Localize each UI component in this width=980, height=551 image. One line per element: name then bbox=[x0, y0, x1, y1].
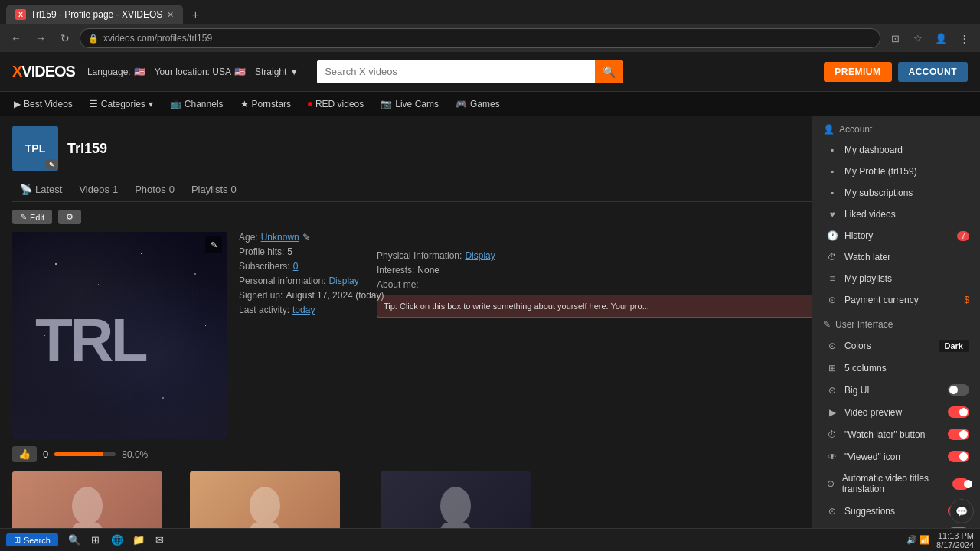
taskbar-browser-icon[interactable]: 🌐 bbox=[107, 530, 127, 550]
nav-categories[interactable]: ☰ Categories ▾ bbox=[82, 92, 161, 116]
colors-item[interactable]: ⊙ Colors Dark bbox=[812, 334, 980, 357]
active-tab[interactable]: X Trl159 - Profile page - XVIDEOS ✕ bbox=[6, 5, 183, 24]
big-ui-item[interactable]: ⊙ Big UI bbox=[812, 379, 980, 401]
payment-currency-item[interactable]: ⊙ Payment currency $ bbox=[812, 289, 980, 311]
refresh-button[interactable]: ↻ bbox=[55, 28, 75, 48]
nav-channels[interactable]: 📺 Channels bbox=[162, 92, 231, 116]
watch-later-btn-item[interactable]: ⏱ "Watch later" button bbox=[812, 423, 980, 445]
site-nav: ▶ Best Videos ☰ Categories ▾ 📺 Channels … bbox=[0, 92, 980, 116]
tab-playlists[interactable]: Playlists 0 bbox=[184, 181, 244, 198]
svg-point-3 bbox=[250, 487, 280, 525]
forward-button[interactable]: → bbox=[31, 28, 51, 48]
cast-icon[interactable]: ⊡ bbox=[885, 28, 905, 48]
red-videos-label: RED videos bbox=[315, 99, 364, 109]
address-text: xvideos.com/profiles/trl159 bbox=[103, 33, 212, 44]
gear-icon: ⚙ bbox=[66, 212, 74, 222]
premium-button[interactable]: PREMIUM bbox=[824, 62, 891, 82]
my-dashboard-label: My dashboard bbox=[844, 145, 903, 155]
orientation-chevron: ▼ bbox=[289, 67, 299, 77]
new-tab-button[interactable]: + bbox=[185, 6, 206, 24]
big-ui-toggle[interactable] bbox=[948, 384, 969, 396]
logo-x: X bbox=[12, 63, 21, 80]
my-dashboard-item[interactable]: ▪ My dashboard bbox=[812, 139, 980, 161]
browser-toolbar: ← → ↻ 🔒 xvideos.com/profiles/trl159 ⊡ ☆ … bbox=[0, 24, 980, 52]
signed-up-value: August 17, 2024 (today) bbox=[286, 290, 384, 301]
interests-label: Interests: bbox=[377, 265, 414, 276]
tab-latest[interactable]: 📡 Latest bbox=[12, 181, 70, 198]
content-area: TPL ✎ Trl159 📡 Latest Videos 1 Photos 0 bbox=[0, 116, 980, 551]
chat-button[interactable]: 💬 bbox=[949, 499, 974, 523]
search-button[interactable]: 🔍 bbox=[595, 60, 623, 83]
age-edit-icon[interactable]: ✎ bbox=[302, 232, 310, 243]
personal-info-label: Personal information: bbox=[239, 276, 325, 286]
rating-bar-track bbox=[54, 452, 116, 456]
search-input[interactable] bbox=[317, 60, 595, 83]
secure-icon: 🔒 bbox=[88, 34, 99, 44]
video-preview-toggle[interactable] bbox=[948, 406, 969, 418]
watch-later-btn-toggle[interactable] bbox=[948, 429, 969, 440]
edit-pencil-icon: ✎ bbox=[20, 212, 27, 222]
liked-videos-item[interactable]: ♥ Liked videos bbox=[812, 204, 980, 225]
taskbar-app-icons: 🔍 ⊞ 🌐 📁 ✉ bbox=[64, 530, 170, 550]
video-preview-item[interactable]: ▶ Video preview bbox=[812, 401, 980, 423]
nav-games[interactable]: 🎮 Games bbox=[448, 92, 508, 116]
tab-videos[interactable]: Videos 1 bbox=[71, 181, 126, 198]
channels-label: Channels bbox=[185, 99, 224, 109]
taskbar-start2-icon[interactable]: ⊞ bbox=[86, 530, 106, 550]
my-subscriptions-item[interactable]: ▪ My subscriptions bbox=[812, 182, 980, 204]
liked-icon: ♥ bbox=[826, 209, 838, 220]
taskbar-file-icon[interactable]: 📁 bbox=[129, 530, 149, 550]
avatar-initials: TPL bbox=[25, 142, 45, 155]
my-subscriptions-label: My subscriptions bbox=[844, 187, 913, 198]
live-cams-label: Live Cams bbox=[395, 99, 439, 109]
svg-point-1 bbox=[72, 487, 103, 525]
age-value[interactable]: Unknown bbox=[261, 232, 299, 243]
nav-best-videos[interactable]: ▶ Best Videos bbox=[6, 92, 80, 116]
settings-button[interactable]: ⚙ bbox=[58, 210, 81, 224]
menu-icon[interactable]: ⋮ bbox=[954, 28, 974, 48]
nav-pornstars[interactable]: ★ Pornstars bbox=[233, 92, 299, 116]
bookmark-icon[interactable]: ☆ bbox=[908, 28, 928, 48]
taskbar-start-button[interactable]: ⊞ Search bbox=[6, 533, 58, 546]
subscribers-value[interactable]: 0 bbox=[293, 261, 299, 272]
columns-item[interactable]: ⊞ 5 columns bbox=[812, 357, 980, 379]
last-activity-value[interactable]: today bbox=[292, 305, 315, 315]
channels-icon: 📺 bbox=[170, 99, 181, 109]
address-bar[interactable]: 🔒 xvideos.com/profiles/trl159 bbox=[80, 28, 880, 48]
language-button[interactable]: Language: 🇺🇸 bbox=[87, 67, 145, 77]
orientation-button[interactable]: Straight ▼ bbox=[255, 67, 299, 77]
taskbar-mail-icon[interactable]: ✉ bbox=[150, 530, 170, 550]
columns-icon: ⊞ bbox=[826, 363, 838, 373]
viewed-icon-toggle[interactable] bbox=[948, 451, 969, 462]
translation-toggle[interactable] bbox=[952, 478, 969, 490]
site-logo[interactable]: XVIDEOS bbox=[12, 63, 75, 80]
watch-later-item[interactable]: ⏱ Watch later bbox=[812, 246, 980, 268]
back-button[interactable]: ← bbox=[6, 28, 26, 48]
avatar-edit-icon[interactable]: ✎ bbox=[46, 159, 57, 170]
location-button[interactable]: Your location: USA 🇺🇸 bbox=[155, 67, 246, 77]
colors-dark-badge: Dark bbox=[939, 340, 969, 352]
suggestions-label: Suggestions bbox=[844, 506, 895, 517]
tab-close-button[interactable]: ✕ bbox=[167, 10, 174, 20]
ui-section-title: ✎ User Interface bbox=[812, 311, 980, 334]
my-profile-item[interactable]: ▪ My Profile (trl159) bbox=[812, 161, 980, 182]
viewed-icon-item[interactable]: 👁 "Viewed" icon bbox=[812, 445, 980, 468]
profile-icon[interactable]: 👤 bbox=[931, 28, 951, 48]
nav-live-cams[interactable]: 📷 Live Cams bbox=[373, 92, 446, 116]
image-edit-button[interactable]: ✎ bbox=[205, 236, 222, 253]
location-flag: 🇺🇸 bbox=[234, 67, 246, 77]
tab-photos[interactable]: Photos 0 bbox=[127, 181, 182, 198]
translation-label: Automatic video titles translation bbox=[842, 473, 946, 494]
translation-item[interactable]: ⊙ Automatic video titles translation bbox=[812, 468, 980, 500]
thumbup-button[interactable]: 👍 bbox=[12, 446, 37, 462]
personal-info-value[interactable]: Display bbox=[328, 276, 358, 286]
physical-info-value[interactable]: Display bbox=[465, 250, 495, 261]
edit-button[interactable]: ✎ Edit bbox=[12, 210, 52, 224]
windows-icon: ⊞ bbox=[14, 535, 21, 545]
nav-red-videos[interactable]: RED videos bbox=[300, 92, 371, 116]
taskbar-search-icon[interactable]: 🔍 bbox=[64, 530, 84, 550]
account-button[interactable]: ACCOUNT bbox=[898, 62, 969, 82]
games-icon: 🎮 bbox=[456, 99, 467, 109]
my-playlists-item[interactable]: ≡ My playlists bbox=[812, 268, 980, 289]
history-item[interactable]: 🕐 History 7 bbox=[812, 225, 980, 246]
